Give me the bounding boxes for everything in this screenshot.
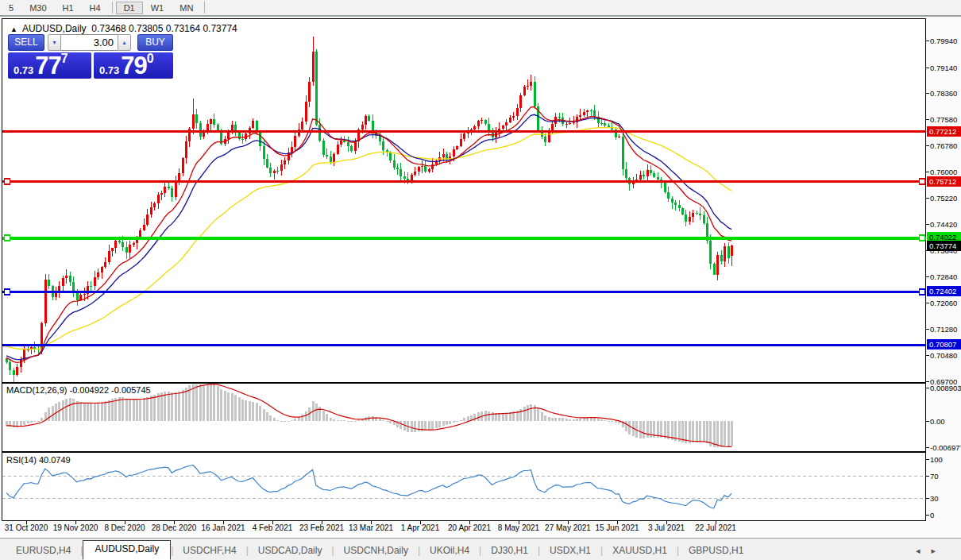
- volume-increase-button[interactable]: ▲: [118, 34, 131, 51]
- macd-histogram-bar: [414, 421, 416, 432]
- macd-histogram-bar: [178, 392, 180, 421]
- chart-tab-usdchf-h4[interactable]: USDCHF,H4: [173, 543, 245, 560]
- macd-histogram-bar: [551, 418, 554, 421]
- chart-canvas[interactable]: [0, 0, 961, 560]
- macd-histogram-bar: [505, 413, 508, 421]
- macd-histogram-bar: [625, 421, 627, 431]
- candle-body: [182, 158, 184, 173]
- chart-tab-usdcnh-daily[interactable]: USDCNH,Daily: [334, 543, 418, 560]
- level-price-badge: 0.75712: [927, 176, 961, 187]
- candle-body: [171, 188, 173, 197]
- macd-histogram-bar: [20, 421, 22, 427]
- candle-body: [716, 255, 719, 275]
- tab-scroll-arrows[interactable]: ◂▸: [916, 546, 947, 556]
- candle-body: [206, 124, 209, 129]
- macd-histogram-bar: [168, 392, 170, 421]
- sell-button[interactable]: SELL: [8, 34, 44, 51]
- candle-body: [44, 280, 47, 323]
- macd-histogram-bar: [143, 398, 145, 421]
- volume-decrease-button[interactable]: ▼: [48, 34, 61, 51]
- sell-price-box[interactable]: 0.73 77 7: [8, 52, 91, 79]
- price-axis-label: 0.79140: [930, 64, 957, 72]
- macd-histogram-bar: [399, 421, 402, 429]
- macd-histogram-bar: [537, 408, 539, 421]
- macd-histogram-bar: [696, 421, 698, 442]
- macd-histogram-bar: [133, 399, 135, 421]
- pane-separator-macd[interactable]: [2, 382, 926, 384]
- candle-body: [523, 87, 526, 96]
- macd-histogram-bar: [185, 388, 187, 421]
- candle-body: [48, 280, 50, 286]
- candle-body: [133, 243, 135, 244]
- macd-histogram-bar: [720, 421, 723, 447]
- volume-input[interactable]: [61, 34, 118, 51]
- date-axis-label: 15 Jun 2021: [595, 523, 639, 532]
- chart-tab-xauusd-h1[interactable]: XAUUSD,H1: [603, 543, 677, 560]
- chart-tab-usdcad-daily[interactable]: USDCAD,Daily: [249, 543, 332, 560]
- price-axis-label: 0.77580: [930, 115, 957, 124]
- candle-body: [414, 172, 416, 175]
- macd-histogram-bar: [502, 413, 504, 421]
- candle-body: [337, 145, 339, 153]
- rsi-scale-label: 30: [930, 494, 939, 503]
- candle-body: [188, 129, 191, 141]
- macd-histogram-bar: [52, 406, 54, 421]
- chart-tab-eurusd-h4[interactable]: EURUSD,H4: [6, 543, 80, 560]
- date-axis-label: 8 Dec 2020: [104, 523, 145, 532]
- level-anchor-handle[interactable]: [920, 235, 925, 241]
- candle-body: [411, 175, 413, 180]
- macd-histogram-bar: [76, 401, 79, 421]
- date-axis-label: 20 Apr 2021: [448, 523, 491, 532]
- candle-body: [453, 149, 455, 156]
- macd-histogram-bar: [33, 421, 36, 422]
- macd-histogram-bar: [379, 419, 381, 421]
- macd-histogram-bar: [548, 417, 550, 421]
- macd-histogram-bar: [657, 421, 659, 438]
- macd-histogram-bar: [94, 404, 96, 421]
- candle-body: [643, 175, 645, 176]
- macd-histogram-bar: [576, 419, 578, 421]
- candle-body: [681, 208, 684, 214]
- price-axis-label: 0.72840: [930, 272, 957, 281]
- macd-histogram-bar: [467, 416, 469, 421]
- chart-tab-ukoil-h4[interactable]: UKOil,H4: [420, 543, 479, 560]
- macd-histogram-bar: [326, 414, 328, 421]
- pane-separator-rsi[interactable]: [2, 451, 926, 453]
- level-anchor-handle[interactable]: [5, 289, 10, 295]
- candle-body: [502, 126, 504, 128]
- rsi-scale-label: 0: [930, 511, 934, 519]
- macd-histogram-bar: [97, 403, 99, 421]
- candle-body: [558, 117, 561, 118]
- candle-body: [569, 123, 571, 124]
- collapse-arrow-icon[interactable]: ▲: [10, 25, 17, 33]
- candle-body: [150, 207, 152, 214]
- chart-window-border: [2, 19, 926, 521]
- chart-tab-dj30-h1[interactable]: DJ30,H1: [481, 543, 538, 560]
- macd-histogram-bar: [90, 404, 92, 421]
- candle-body: [291, 147, 293, 153]
- candle-body: [534, 82, 536, 106]
- macd-histogram-bar: [210, 384, 212, 421]
- level-anchor-handle[interactable]: [920, 179, 925, 184]
- rsi-scale-label: 100: [930, 455, 943, 464]
- macd-histogram-bar: [259, 406, 261, 421]
- level-anchor-handle[interactable]: [920, 289, 925, 295]
- candle-body: [699, 214, 701, 216]
- chart-tab-gbpusd-h1[interactable]: GBPUSD,H1: [679, 543, 753, 560]
- macd-histogram-bar: [263, 409, 265, 421]
- macd-histogram-bar: [442, 421, 445, 426]
- chart-tab-audusd-daily[interactable]: AUDUSD,Daily: [83, 540, 171, 560]
- level-anchor-handle[interactable]: [5, 179, 10, 184]
- buy-button[interactable]: BUY: [137, 34, 173, 51]
- macd-histogram-bar: [129, 399, 131, 421]
- candle-body: [146, 214, 149, 225]
- chart-tab-usdx-h1[interactable]: USDX,H1: [540, 543, 600, 560]
- candle-body: [192, 114, 195, 129]
- date-axis-label: 1 Apr 2021: [401, 523, 439, 532]
- buy-price-box[interactable]: 0.73 79 0: [94, 52, 173, 79]
- candle-body: [322, 141, 325, 154]
- level-anchor-handle[interactable]: [5, 235, 10, 241]
- rsi-scale-label: 70: [930, 472, 939, 481]
- macd-histogram-bar: [111, 399, 114, 421]
- candle-body: [720, 255, 723, 261]
